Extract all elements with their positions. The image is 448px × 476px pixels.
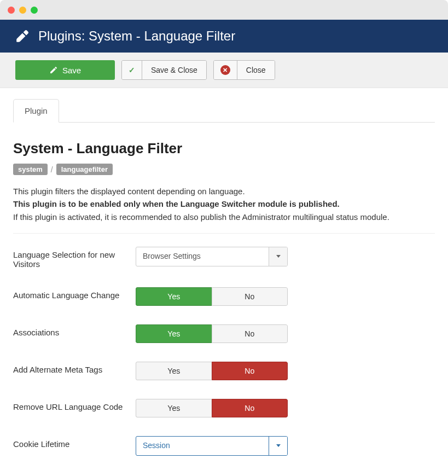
toggle-alt-meta-no[interactable]: No xyxy=(212,362,288,380)
desc-line-3: If this plugin is activated, it is recom… xyxy=(13,211,435,223)
toggle-associations: Yes No xyxy=(136,324,288,343)
plug-icon xyxy=(15,29,30,43)
desc-line-1: This plugin filters the displayed conten… xyxy=(13,185,435,198)
toggle-remove-url-yes[interactable]: Yes xyxy=(136,399,212,417)
field-remove-url: Remove URL Language Code Yes No xyxy=(13,399,435,417)
label-cookie-lifetime: Cookie Lifetime xyxy=(13,436,136,449)
select-language-selection-value: Browser Settings xyxy=(136,247,269,266)
toolbar: Save ✓ Save & Close ✕ Close xyxy=(0,53,448,88)
toggle-associations-no[interactable]: No xyxy=(212,324,288,343)
toggle-remove-url-no[interactable]: No xyxy=(212,399,288,417)
window-maximize-button[interactable] xyxy=(31,7,38,14)
close-label[interactable]: Close xyxy=(237,61,275,79)
select-cookie-lifetime[interactable]: Session xyxy=(136,436,288,456)
toggle-associations-yes[interactable]: Yes xyxy=(136,324,212,343)
content-area: Plugin System - Language Filter system /… xyxy=(0,88,448,476)
toggle-remove-url: Yes No xyxy=(136,399,288,417)
label-remove-url: Remove URL Language Code xyxy=(13,399,136,411)
check-icon: ✓ xyxy=(122,61,142,79)
label-auto-change: Automatic Language Change xyxy=(13,287,136,300)
save-button-label: Save xyxy=(62,66,81,75)
page-header-title: Plugins: System - Language Filter xyxy=(38,28,235,44)
tab-bar: Plugin xyxy=(13,99,435,123)
toggle-alt-meta-yes[interactable]: Yes xyxy=(136,362,212,380)
close-icon: ✕ xyxy=(214,61,237,79)
window-close-button[interactable] xyxy=(8,7,15,14)
divider xyxy=(13,233,435,234)
save-close-label[interactable]: Save & Close xyxy=(142,61,206,79)
close-button[interactable]: ✕ Close xyxy=(213,60,275,80)
toggle-auto-change-yes[interactable]: Yes xyxy=(136,287,212,306)
toggle-auto-change-no[interactable]: No xyxy=(212,287,288,306)
label-associations: Associations xyxy=(13,324,136,337)
badge-separator: / xyxy=(51,165,53,174)
window-minimize-button[interactable] xyxy=(19,7,26,14)
field-associations: Associations Yes No xyxy=(13,324,435,343)
breadcrumb-badges: system / languagefilter xyxy=(13,164,435,175)
page-header: Plugins: System - Language Filter xyxy=(0,20,448,53)
select-language-selection[interactable]: Browser Settings xyxy=(136,247,288,266)
chevron-down-icon[interactable] xyxy=(269,437,287,455)
toggle-auto-change: Yes No xyxy=(136,287,288,306)
field-alt-meta: Add Alternate Meta Tags Yes No xyxy=(13,362,435,380)
save-close-button[interactable]: ✓ Save & Close xyxy=(121,60,207,80)
save-button[interactable]: Save xyxy=(15,60,115,80)
badge-folder: system xyxy=(13,164,48,175)
plugin-description: This plugin filters the displayed conten… xyxy=(13,185,435,223)
field-auto-change: Automatic Language Change Yes No xyxy=(13,287,435,306)
tab-plugin[interactable]: Plugin xyxy=(13,99,59,123)
toggle-alt-meta: Yes No xyxy=(136,362,288,380)
desc-line-2: This plugin is to be enabled only when t… xyxy=(13,199,340,208)
chevron-down-icon[interactable] xyxy=(269,247,287,266)
field-language-selection: Language Selection for new Visitors Brow… xyxy=(13,247,435,269)
label-alt-meta: Add Alternate Meta Tags xyxy=(13,362,136,374)
pencil-icon xyxy=(49,66,58,74)
label-language-selection: Language Selection for new Visitors xyxy=(13,247,136,269)
plugin-title: System - Language Filter xyxy=(13,140,435,157)
window-titlebar xyxy=(0,0,448,20)
badge-element: languagefilter xyxy=(56,164,113,175)
select-cookie-lifetime-value: Session xyxy=(136,437,269,455)
field-cookie-lifetime: Cookie Lifetime Session xyxy=(13,436,435,456)
